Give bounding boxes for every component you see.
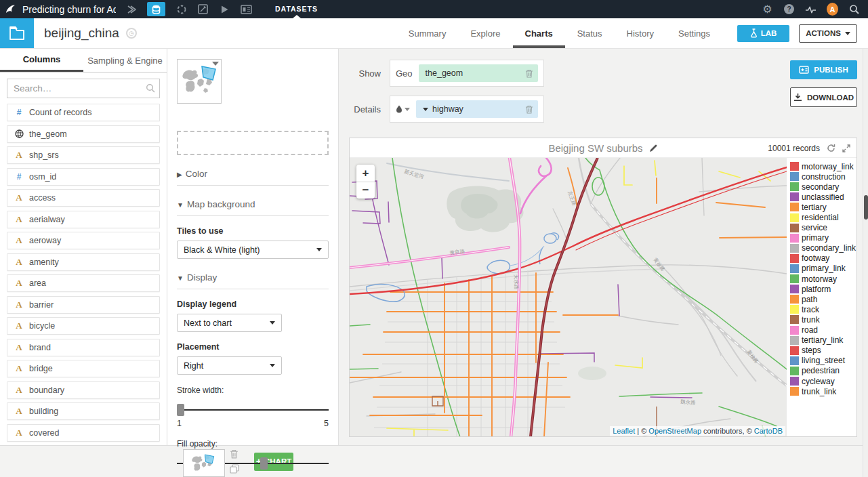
app-window: Predicting churn for Ad… DATASETS ⚙ ? [0,0,868,477]
column-item-area[interactable]: Aarea [7,274,160,292]
settings-gear-icon[interactable]: ⚙ [762,3,773,15]
user-avatar[interactable]: A [827,3,838,15]
fill-opacity-handle[interactable] [260,457,268,470]
slider-track[interactable] [177,409,329,411]
zoom-in-button[interactable]: + [356,165,375,182]
legend-swatch [790,356,799,365]
datasets-nav-label[interactable]: DATASETS [275,0,318,18]
tab-history[interactable]: History [615,18,666,48]
leaflet-link[interactable]: Leaflet [613,427,635,435]
stroke-width-handle[interactable] [177,404,184,416]
flow-icon[interactable] [126,3,138,15]
datasets-icon[interactable] [147,2,165,16]
column-item-covered[interactable]: Acovered [7,424,160,442]
publish-icon [799,66,809,74]
column-search-input[interactable] [7,79,160,98]
chevron-down-icon [405,108,410,111]
tiles-select[interactable]: Black & White (light) [177,241,329,259]
numeric-type-icon: # [14,108,24,117]
column-item-amenity[interactable]: Aamenity [7,253,160,271]
column-list: #Count of recordsthe_geomAshp_srs#osm_id… [0,104,167,445]
dashboard-icon[interactable] [241,3,252,15]
column-item-shp-srs[interactable]: Ashp_srs [7,146,160,164]
tiles-label: Tiles to use [177,226,329,236]
column-item-brand[interactable]: Abrand [7,339,160,356]
tab-settings[interactable]: Settings [666,18,722,48]
tab-columns[interactable]: Columns [0,49,83,72]
column-item-bicycle[interactable]: Abicycle [7,317,160,335]
activity-pulse-icon[interactable] [805,3,817,15]
map-canvas[interactable]: 新天堂河 黄良路 京王路 天水路 黄徐路 黄徐路 魏永路 [350,158,787,436]
tab-sampling-engine[interactable]: Sampling & Engine [83,49,167,72]
text-type-icon: A [14,192,24,203]
section-color[interactable]: ▶Color [177,169,329,186]
window-scrollbar[interactable] [863,49,868,477]
text-type-icon: A [14,214,24,225]
header-tabs: SummaryExploreChartsStatusHistorySetting… [396,18,722,48]
column-item-osm-id[interactable]: #osm_id [7,168,160,186]
trash-icon[interactable] [525,105,533,114]
chart-title[interactable]: Beigjing SW suburbs [548,142,642,154]
cartodb-link[interactable]: CartoDB [754,427,783,435]
legend-label: motorway [802,274,837,284]
tab-charts[interactable]: Charts [513,18,565,48]
column-name: access [29,193,56,203]
dataset-type-icon[interactable] [0,18,34,48]
details-dropzone[interactable]: highway [390,96,544,123]
topbar-right: ⚙ ? A [751,3,868,15]
zoom-out-button[interactable]: − [356,182,375,199]
recipes-icon[interactable] [175,3,187,15]
chart-type-selector[interactable] [177,59,222,104]
search-icon[interactable] [848,3,860,15]
column-item-access[interactable]: Aaccess [7,189,160,207]
download-button[interactable]: DOWNLOAD [790,87,857,107]
display-legend-label: Display legend [177,299,329,309]
help-icon[interactable]: ? [783,3,795,15]
chevron-down-icon [270,321,275,325]
stroke-width-slider [177,404,329,416]
osm-link[interactable]: OpenStreetMap [648,427,701,435]
geo-pill[interactable]: the_geom [419,64,538,82]
scrollbar-thumb[interactable] [864,195,868,220]
column-item-aerialway[interactable]: Aaerialway [7,211,160,228]
legend-label: path [802,295,817,304]
placement-select[interactable]: Right [177,356,282,375]
legend-item-steps: steps [790,346,856,356]
notebook-icon[interactable] [197,3,209,15]
column-item-the-geom[interactable]: the_geom [7,125,160,143]
dataiku-logo[interactable] [5,3,16,15]
chart-tab-thumbnail[interactable] [183,449,225,477]
legend-swatch [790,377,799,386]
display-legend-select[interactable]: Next to chart [177,314,282,332]
jobs-icon[interactable] [219,3,230,15]
geo-dropzone[interactable]: Geo the_geom [390,60,544,87]
publish-button[interactable]: PUBLISH [790,60,857,79]
trash-icon[interactable] [525,69,533,78]
actions-button[interactable]: ACTIONS [799,24,857,43]
column-item-aeroway[interactable]: Aaeroway [7,232,160,249]
details-row: Details highway [346,96,544,123]
legend-label: trunk [802,315,820,325]
edit-title-pencil-icon[interactable] [648,144,658,153]
refresh-icon[interactable] [827,144,835,152]
column-item-boundary[interactable]: Aboundary [7,381,160,399]
column-item-barrier[interactable]: Abarrier [7,296,160,314]
fullscreen-icon[interactable] [842,144,850,152]
column-item-count-of-records[interactable]: #Count of records [7,104,160,121]
project-title[interactable]: Predicting churn for Ad… [22,4,116,15]
droplet-icon[interactable] [396,105,410,113]
tab-status[interactable]: Status [565,18,615,48]
column-name: shp_srs [29,150,59,160]
dataset-info-icon[interactable]: ◷ [126,28,137,39]
tab-explore[interactable]: Explore [458,18,512,48]
tab-summary[interactable]: Summary [396,18,459,48]
column-item-building[interactable]: Abuilding [7,402,160,420]
column-item-bridge[interactable]: Abridge [7,360,160,377]
section-display[interactable]: ▼Display [177,272,329,289]
chart-options-panel: ▶Color ▼Map background Tiles to use Blac… [167,49,339,445]
subchart-dropzone[interactable] [177,131,329,155]
details-pill[interactable]: highway [416,100,538,118]
text-type-icon: A [14,363,24,374]
section-map-background[interactable]: ▼Map background [177,199,329,216]
lab-button[interactable]: LAB [737,25,789,42]
